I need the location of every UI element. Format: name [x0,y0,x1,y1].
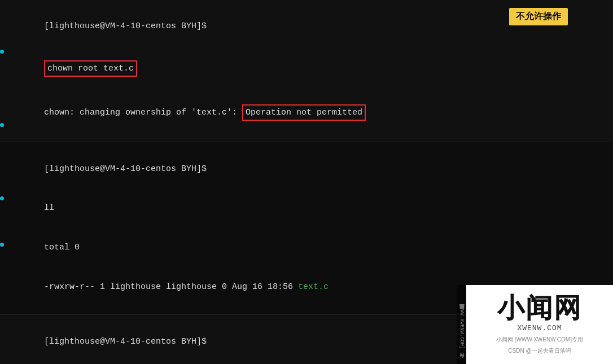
watermark-small-2: CSDN @一起去看日落吗 [508,347,571,355]
teal-marker-1 [0,50,4,54]
command-line-1: chown root text.c [14,47,599,90]
prompt-text-3: [lighthouse@VM-4-10-centos BYH]$ [44,337,207,347]
teal-marker-3 [0,196,4,200]
prompt-text-2: [lighthouse@VM-4-10-centos BYH]$ [44,164,207,174]
side-watermark-text: 小闻网 [WWW.XWENW.COM]专用 [457,285,466,364]
ll-command-1: ll [14,188,599,228]
error-line-1: chown: changing ownership of 'text.c': O… [14,91,599,134]
operation-not-permitted-box: Operation not permitted [242,104,366,121]
prompt-text-1: [lighthouse@VM-4-10-centos BYH]$ [44,21,207,31]
error-prefix: chown: changing ownership of 'text.c': [44,108,242,117]
total-line-1: total 0 [14,228,599,267]
prompt-line-2: [lighthouse@VM-4-10-centos BYH]$ [14,149,599,188]
watermark-small-1: 小闻网 [WWW.XWENW.COM]专用 [496,336,583,344]
terminal-background: [lighthouse@VM-4-10-centos BYH]$ chown r… [0,0,613,364]
chown-command-box: chown root text.c [44,60,137,77]
filename-green-1: text.c [298,282,329,292]
watermark-title: 小闻网 [497,295,582,322]
no-op-annotation: 不允许操作 [509,8,568,25]
section-1: [lighthouse@VM-4-10-centos BYH]$ chown r… [0,0,613,142]
teal-marker-2 [0,123,4,127]
watermark-overlay: 小闻网 XWENW.COM 小闻网 [WWW.XWENW.COM]专用 CSDN… [466,285,613,364]
side-watermark-label: 小闻网 [WWW.XWENW.COM]专用 [458,300,465,349]
watermark-subtitle: XWENW.COM [517,324,562,332]
teal-marker-4 [0,243,4,247]
